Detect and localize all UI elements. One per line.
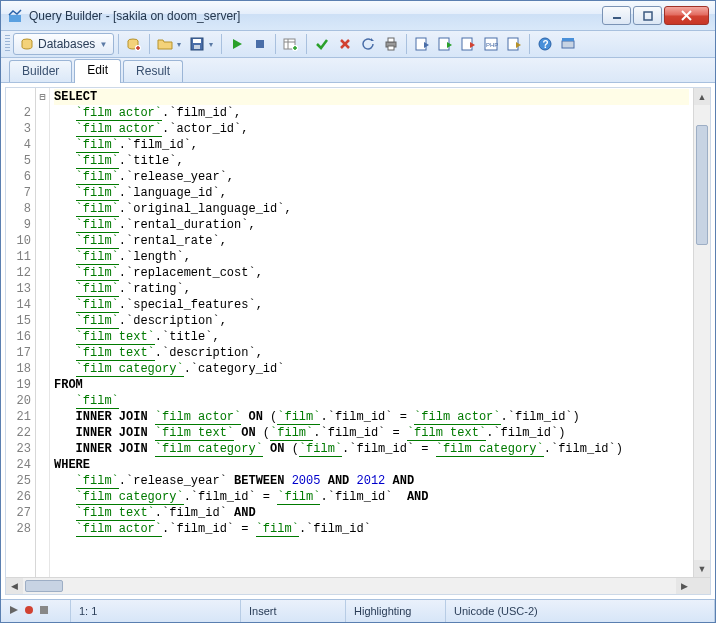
export-icon-1[interactable] xyxy=(411,33,433,55)
svg-rect-12 xyxy=(194,45,200,49)
refresh-icon[interactable] xyxy=(357,33,379,55)
svg-rect-39 xyxy=(562,41,574,48)
status-cursor-pos: 1: 1 xyxy=(71,600,241,622)
status-highlighting[interactable]: Highlighting xyxy=(346,600,446,622)
svg-marker-13 xyxy=(233,39,242,49)
save-icon[interactable] xyxy=(186,33,208,55)
scroll-right-icon[interactable]: ▶ xyxy=(676,578,693,594)
toolbar-separator xyxy=(406,34,407,54)
record-macro-icon[interactable] xyxy=(24,605,34,617)
svg-rect-0 xyxy=(9,15,21,22)
print-icon[interactable] xyxy=(380,33,402,55)
toolbar: Databases ▼ ▾ ▾ PHP ? xyxy=(1,31,715,58)
close-button[interactable] xyxy=(664,6,709,25)
play-macro-icon[interactable] xyxy=(9,605,19,617)
execute-icon[interactable] xyxy=(226,33,248,55)
scroll-down-icon[interactable]: ▼ xyxy=(694,560,710,577)
svg-marker-41 xyxy=(10,606,18,614)
tab-builder[interactable]: Builder xyxy=(9,60,72,82)
svg-marker-23 xyxy=(371,38,374,41)
scroll-thumb[interactable] xyxy=(696,125,708,245)
toolbar-separator xyxy=(306,34,307,54)
databases-dropdown[interactable]: Databases ▼ xyxy=(13,33,114,55)
svg-rect-11 xyxy=(193,39,201,43)
save-dropdown-icon[interactable]: ▾ xyxy=(209,40,217,49)
line-gutter: 2345678910111213141516171819202122232425… xyxy=(6,88,36,577)
stop-icon[interactable] xyxy=(249,33,271,55)
toolbar-separator xyxy=(221,34,222,54)
toolbar-separator xyxy=(529,34,530,54)
minimize-button[interactable] xyxy=(602,6,631,25)
new-query-icon[interactable] xyxy=(123,33,145,55)
vertical-scrollbar[interactable]: ▲ ▼ xyxy=(693,88,710,577)
tabbar: Builder Edit Result xyxy=(1,58,715,83)
databases-label: Databases xyxy=(38,37,95,51)
toolbar-grip[interactable] xyxy=(5,35,10,53)
tab-edit[interactable]: Edit xyxy=(74,59,121,83)
export-icon-3[interactable] xyxy=(457,33,479,55)
code-area[interactable]: SELECT `film actor`.`film_id`, `film act… xyxy=(50,88,693,577)
export-icon-2[interactable] xyxy=(434,33,456,55)
tab-result[interactable]: Result xyxy=(123,60,183,82)
svg-rect-14 xyxy=(256,40,264,48)
window-title: Query Builder - [sakila on doom_server] xyxy=(29,9,602,23)
svg-point-42 xyxy=(25,606,33,614)
svg-rect-26 xyxy=(388,46,394,50)
chevron-down-icon: ▼ xyxy=(99,40,107,49)
export-php-icon[interactable]: PHP xyxy=(480,33,502,55)
cancel-icon[interactable] xyxy=(334,33,356,55)
app-icon xyxy=(7,8,23,24)
stop-macro-icon[interactable] xyxy=(39,605,49,617)
svg-text:PHP: PHP xyxy=(486,42,498,48)
help-icon[interactable]: ? xyxy=(534,33,556,55)
options-icon[interactable] xyxy=(557,33,579,55)
maximize-button[interactable] xyxy=(633,6,662,25)
export-icon-5[interactable] xyxy=(503,33,525,55)
toolbar-separator xyxy=(149,34,150,54)
svg-rect-43 xyxy=(40,606,48,614)
svg-rect-40 xyxy=(562,38,574,41)
svg-rect-25 xyxy=(388,38,394,42)
svg-text:?: ? xyxy=(543,39,549,50)
toolbar-separator xyxy=(118,34,119,54)
fold-column[interactable]: ⊟ xyxy=(36,88,50,577)
macro-controls xyxy=(1,600,71,622)
add-table-icon[interactable] xyxy=(280,33,302,55)
open-icon[interactable] xyxy=(154,33,176,55)
status-encoding[interactable]: Unicode (USC-2) xyxy=(446,600,715,622)
svg-rect-2 xyxy=(644,12,652,20)
titlebar: Query Builder - [sakila on doom_server] xyxy=(1,1,715,31)
open-dropdown-icon[interactable]: ▾ xyxy=(177,40,185,49)
toolbar-separator xyxy=(275,34,276,54)
scroll-thumb[interactable] xyxy=(25,580,63,592)
scroll-up-icon[interactable]: ▲ xyxy=(694,88,710,105)
scroll-left-icon[interactable]: ◀ xyxy=(6,578,23,594)
statusbar: 1: 1 Insert Highlighting Unicode (USC-2) xyxy=(1,599,715,622)
check-icon[interactable] xyxy=(311,33,333,55)
editor: 2345678910111213141516171819202122232425… xyxy=(5,87,711,595)
horizontal-scrollbar[interactable]: ◀ ▶ xyxy=(6,577,710,594)
scroll-corner xyxy=(693,578,710,594)
status-insert-mode[interactable]: Insert xyxy=(241,600,346,622)
